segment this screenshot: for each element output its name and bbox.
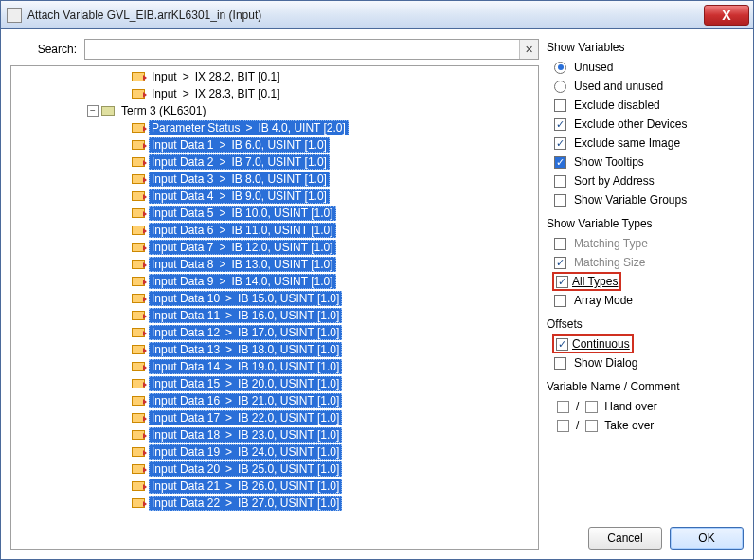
tree-item-label: Input Data 18>IB 23.0, USINT [1.0]: [149, 427, 342, 443]
right-pane: Show Variables Unused Used and unused Ex…: [547, 39, 744, 550]
search-clear-button[interactable]: ✕: [519, 40, 538, 59]
tree-item[interactable]: Input Data 15>IB 20.0, USINT [1.0]: [11, 375, 538, 392]
tree-item-label: Input Data 6>IB 11.0, USINT [1.0]: [149, 223, 336, 238]
offsets-title: Offsets: [547, 317, 744, 331]
checkbox-icon: [554, 194, 566, 207]
tree-item-label: Input Data 16>IB 21.0, USINT [1.0]: [149, 393, 342, 408]
variable-icon: [132, 72, 145, 81]
tree-item[interactable]: Input Data 13>IB 18.0, USINT [1.0]: [11, 341, 538, 358]
tree-item[interactable]: Input Data 18>IB 23.0, USINT [1.0]: [11, 426, 538, 443]
variable-icon: [132, 277, 145, 286]
tree-item[interactable]: Input Data 12>IB 17.0, USINT [1.0]: [11, 324, 538, 341]
opt-exclude-same-image[interactable]: Exclude same Image: [547, 134, 744, 153]
checkbox-icon: [554, 99, 566, 112]
ok-button[interactable]: OK: [670, 527, 744, 550]
left-pane: Search: ✕ Input>IX 28.2, BIT [0.1]Input>…: [10, 39, 539, 550]
tree-item[interactable]: Input>IX 28.3, BIT [0.1]: [11, 85, 538, 102]
tree-item[interactable]: Input Data 17>IB 22.0, USINT [1.0]: [11, 409, 538, 426]
tree-item-label: Input Data 8>IB 13.0, USINT [1.0]: [149, 257, 336, 272]
app-icon: [7, 8, 22, 23]
variable-icon: [132, 447, 145, 457]
redbox-highlight: All Types: [552, 272, 621, 291]
opt-take-over[interactable]: / Take over: [547, 416, 744, 435]
checkbox-icon: [554, 238, 566, 250]
variable-icon: [132, 498, 145, 508]
variable-icon: [132, 260, 145, 269]
tree-item-label: Input Data 1>IB 6.0, USINT [1.0]: [149, 137, 330, 153]
checkbox-icon: [585, 420, 598, 432]
radio-icon: [554, 81, 566, 93]
opt-array-mode[interactable]: Array Mode: [547, 291, 744, 310]
tree-item[interactable]: Input Data 14>IB 19.0, USINT [1.0]: [11, 358, 538, 375]
opt-show-tooltips[interactable]: Show Tooltips: [547, 153, 744, 172]
dialog-window: Attach Variable GVL_EIB.arrKL6301_in (In…: [0, 0, 754, 560]
opt-hand-over[interactable]: / Hand over: [547, 397, 744, 416]
tree-item[interactable]: Input Data 2>IB 7.0, USINT [1.0]: [11, 154, 538, 171]
tree-item[interactable]: Input Data 10>IB 15.0, USINT [1.0]: [11, 290, 538, 307]
tree-item[interactable]: Input Data 3>IB 8.0, USINT [1.0]: [11, 171, 538, 188]
tree-item[interactable]: Input Data 4>IB 9.0, USINT [1.0]: [11, 188, 538, 205]
variable-icon: [132, 123, 145, 133]
tree-item-label: Input Data 2>IB 7.0, USINT [1.0]: [149, 154, 330, 170]
checkbox-icon: [554, 118, 566, 131]
tree-item[interactable]: Input Data 6>IB 11.0, USINT [1.0]: [11, 222, 538, 239]
tree-item-label: Input Data 4>IB 9.0, USINT [1.0]: [149, 189, 330, 204]
tree-node-term3[interactable]: −Term 3 (KL6301): [11, 102, 538, 119]
opt-exclude-other-devices[interactable]: Exclude other Devices: [547, 115, 744, 134]
tree-item-label: Input Data 9>IB 14.0, USINT [1.0]: [149, 274, 336, 289]
expander-icon[interactable]: −: [87, 105, 99, 117]
tree-item[interactable]: Input Data 7>IB 12.0, USINT [1.0]: [11, 239, 538, 256]
variable-icon: [132, 345, 145, 354]
opt-continuous[interactable]: Continuous: [547, 334, 744, 353]
variable-icon: [132, 311, 145, 320]
tree-item-label: Input Data 21>IB 26.0, USINT [1.0]: [149, 479, 342, 494]
tree-item-label: Input Data 14>IB 19.0, USINT [1.0]: [149, 359, 342, 374]
tree-item-label: Term 3 (KL6301): [118, 104, 208, 117]
tree-item[interactable]: Input Data 11>IB 16.0, USINT [1.0]: [11, 307, 538, 324]
button-row: Cancel OK: [547, 519, 744, 550]
variable-icon: [132, 294, 145, 303]
search-input[interactable]: [85, 40, 519, 59]
tree-item-label: Input Data 19>IB 24.0, USINT [1.0]: [149, 444, 342, 460]
search-input-wrap: ✕: [84, 39, 539, 60]
tree-item[interactable]: Input Data 5>IB 10.0, USINT [1.0]: [11, 205, 538, 222]
opt-all-types[interactable]: All Types: [547, 272, 744, 291]
tree-item-label: Input Data 17>IB 22.0, USINT [1.0]: [149, 410, 342, 425]
tree-item[interactable]: Input Data 1>IB 6.0, USINT [1.0]: [11, 136, 538, 154]
opt-matching-size: Matching Size: [547, 253, 744, 272]
variable-icon: [132, 362, 145, 371]
show-variables-title: Show Variables: [547, 41, 744, 54]
tree-item[interactable]: Input Data 21>IB 26.0, USINT [1.0]: [11, 478, 538, 495]
tree-item-label: Input Data 7>IB 12.0, USINT [1.0]: [149, 240, 336, 255]
checkbox-icon: [554, 295, 566, 307]
tree-item[interactable]: Input Data 20>IB 25.0, USINT [1.0]: [11, 461, 538, 478]
tree-item[interactable]: Input>IX 28.2, BIT [0.1]: [11, 68, 538, 85]
tree-item-label: Parameter Status>IB 4.0, UINT [2.0]: [149, 120, 349, 135]
variable-icon: [132, 464, 145, 474]
tree-item[interactable]: Parameter Status>IB 4.0, UINT [2.0]: [11, 119, 538, 136]
tree-item[interactable]: Input Data 22>IB 27.0, USINT [1.0]: [11, 495, 538, 512]
redbox-highlight: Continuous: [552, 334, 634, 353]
opt-exclude-disabled[interactable]: Exclude disabled: [547, 96, 744, 115]
search-label: Search:: [10, 43, 77, 56]
close-button[interactable]: X: [704, 5, 749, 26]
tree-item-label: Input Data 10>IB 15.0, USINT [1.0]: [149, 291, 342, 306]
opt-show-dialog[interactable]: Show Dialog: [547, 353, 744, 372]
tree-item[interactable]: Input Data 16>IB 21.0, USINT [1.0]: [11, 392, 538, 409]
checkbox-icon: [557, 420, 569, 432]
opt-sort-by-address[interactable]: Sort by Address: [547, 172, 744, 190]
opt-used-unused[interactable]: Used and unused: [547, 77, 744, 96]
variable-icon: [132, 379, 145, 388]
opt-show-variable-groups[interactable]: Show Variable Groups: [547, 190, 744, 209]
variable-icon: [132, 413, 145, 423]
tree-item-label: Input Data 22>IB 27.0, USINT [1.0]: [149, 496, 342, 511]
tree-item[interactable]: Input Data 19>IB 24.0, USINT [1.0]: [11, 443, 538, 461]
opt-unused[interactable]: Unused: [547, 58, 744, 77]
tree-item[interactable]: Input Data 8>IB 13.0, USINT [1.0]: [11, 256, 538, 273]
variable-tree[interactable]: Input>IX 28.2, BIT [0.1]Input>IX 28.3, B…: [10, 65, 539, 550]
variable-icon: [132, 226, 145, 235]
tree-item[interactable]: Input Data 9>IB 14.0, USINT [1.0]: [11, 273, 538, 290]
tree-item-label: Input>IX 28.3, BIT [0.1]: [149, 87, 283, 100]
cancel-button[interactable]: Cancel: [588, 527, 662, 550]
search-row: Search: ✕: [10, 39, 539, 60]
